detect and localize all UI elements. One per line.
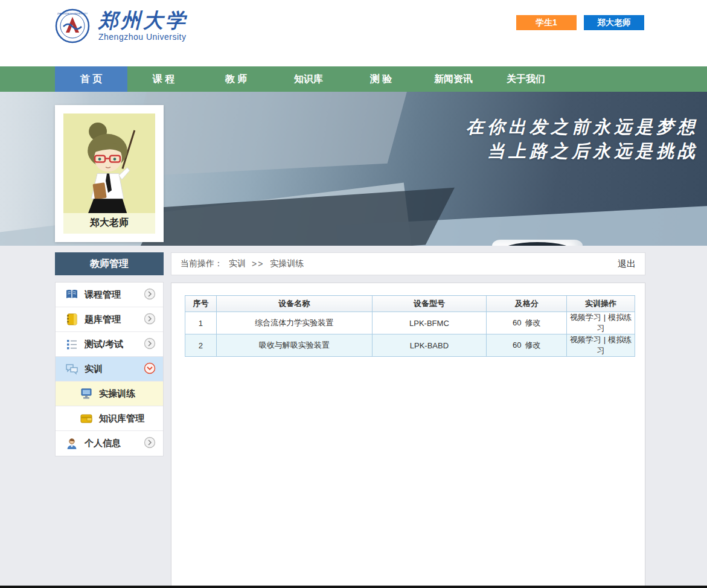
sidebar-subitem-knowledge-management[interactable]: 知识库管理 (56, 406, 163, 431)
sidebar-item-tests-exams[interactable]: 测试/考试 (56, 332, 163, 357)
pass-score-value: 60 (513, 340, 521, 350)
banner-laptop-screen (124, 92, 414, 177)
main-nav: 首 页 课 程 教 师 知识库 测 验 新闻资讯 关于我们 (0, 66, 707, 92)
nav-item-teachers[interactable]: 教 师 (200, 66, 272, 92)
header-device-model: 设备型号 (372, 296, 487, 312)
teacher-avatar: 郑大老师 (63, 113, 155, 234)
action-separator: | (604, 335, 606, 344)
pass-score-cell: 60修改 (487, 334, 567, 357)
chevron-right-icon (144, 313, 156, 327)
page: ZHENGZHOU UNIVERSITY 郑州大学 Zhengzhou Univ… (0, 0, 707, 588)
university-name-en: Zhengzhou University (98, 32, 188, 42)
nav-item-knowledge[interactable]: 知识库 (272, 66, 345, 92)
student-button[interactable]: 学生1 (516, 15, 577, 30)
teacher-profile-card: 郑大老师 (55, 105, 164, 242)
sidebar-item-label: 实操训练 (99, 388, 156, 400)
index-cell: 2 (185, 334, 217, 357)
video-study-link[interactable]: 视频学习 (570, 313, 601, 322)
sidebar-item-label: 课程管理 (85, 289, 144, 301)
device-model-cell: LPK-BFMC (372, 312, 487, 334)
logout-button[interactable]: 退出 (618, 258, 636, 270)
sidebar-item-personal-info[interactable]: 个人信息 (56, 431, 163, 456)
banner-slogan: 在你出发之前永远是梦想 当上路之后永远是挑战 (466, 115, 699, 163)
index-cell: 1 (185, 312, 217, 334)
chevron-right-icon (144, 288, 156, 302)
action-separator: | (604, 313, 606, 322)
sidebar-item-question-bank[interactable]: 题库管理 (56, 307, 163, 332)
sidebar-menu: 课程管理 题库管理 测试/考试 (55, 282, 164, 456)
slogan-line1: 在你出发之前永远是梦想 (466, 115, 699, 139)
monitor-icon (80, 388, 93, 400)
svg-text:ZHENGZHOU UNIVERSITY: ZHENGZHOU UNIVERSITY (57, 12, 88, 15)
teacher-name-caption: 郑大老师 (63, 213, 155, 234)
teacher-button[interactable]: 郑大老师 (584, 15, 644, 30)
breadcrumb-separator: >> (252, 259, 264, 269)
video-study-link[interactable]: 视频学习 (570, 335, 601, 344)
sidebar-item-practical-training[interactable]: 实训 (56, 357, 163, 382)
university-logo: ZHENGZHOU UNIVERSITY 郑州大学 Zhengzhou Univ… (55, 8, 188, 43)
simulation-practice-link[interactable]: 模拟练习 (597, 335, 632, 355)
header-pass-score: 及格分 (487, 296, 567, 312)
top-header: ZHENGZHOU UNIVERSITY 郑州大学 Zhengzhou Univ… (0, 0, 707, 66)
university-seal-icon: ZHENGZHOU UNIVERSITY (55, 8, 90, 43)
header-device-name: 设备名称 (216, 296, 372, 312)
list-icon (65, 338, 78, 350)
chevron-right-icon (144, 436, 156, 450)
header-index: 序号 (185, 296, 217, 312)
simulation-practice-link[interactable]: 模拟练习 (597, 313, 632, 333)
device-model-cell: LPK-BABD (372, 334, 487, 357)
chat-icon (65, 363, 78, 375)
device-name-cell: 综合流体力学实验装置 (216, 312, 372, 334)
table-row: 1 综合流体力学实验装置 LPK-BFMC 60修改 视频学习|模拟练习 (185, 312, 635, 334)
university-name-cn: 郑州大学 (98, 10, 188, 31)
notebook-icon (65, 313, 78, 325)
breadcrumb-section[interactable]: 实训 (229, 258, 246, 269)
nav-item-courses[interactable]: 课 程 (127, 66, 200, 92)
pass-score-cell: 60修改 (487, 312, 567, 334)
content-panel: 序号 设备名称 设备型号 及格分 实训操作 1 综合流体力学实验装置 LPK-B… (171, 283, 645, 586)
device-name-cell: 吸收与解吸实验装置 (216, 334, 372, 357)
chevron-down-circle-icon (144, 362, 156, 376)
sidebar-item-label: 个人信息 (85, 438, 144, 449)
header-training-actions: 实训操作 (567, 296, 635, 312)
sidebar-item-label: 知识库管理 (99, 413, 156, 424)
pass-score-value: 60 (513, 318, 521, 327)
actions-cell: 视频学习|模拟练习 (567, 312, 635, 334)
sidebar: 教师管理 课程管理 题库管理 (55, 252, 164, 456)
person-icon (65, 438, 78, 450)
sidebar-item-label: 实训 (85, 363, 144, 375)
header-buttons: 学生1 郑大老师 (516, 15, 644, 30)
main-content: 当前操作： 实训 >> 实操训练 退出 序号 设备名称 设备型号 及格分 实训操… (171, 252, 645, 586)
sidebar-item-course-management[interactable]: 课程管理 (56, 283, 163, 307)
sidebar-item-label: 题库管理 (85, 314, 144, 325)
sidebar-subitem-practical-operation[interactable]: 实操训练 (56, 382, 163, 406)
slogan-line2: 当上路之后永远是挑战 (466, 139, 699, 163)
nav-item-tests[interactable]: 测 验 (345, 66, 417, 92)
breadcrumb-current: 实操训练 (270, 258, 304, 269)
wallet-icon (80, 412, 93, 424)
chevron-right-icon (144, 337, 156, 351)
devices-table: 序号 设备名称 设备型号 及格分 实训操作 1 综合流体力学实验装置 LPK-B… (185, 295, 635, 357)
edit-link[interactable]: 修改 (525, 340, 540, 350)
footer-edge (0, 586, 707, 588)
breadcrumb: 当前操作： 实训 >> 实操训练 退出 (171, 252, 645, 275)
sidebar-item-label: 测试/考试 (85, 339, 144, 350)
logo-text: 郑州大学 Zhengzhou University (98, 10, 188, 42)
edit-link[interactable]: 修改 (525, 318, 540, 327)
sidebar-title: 教师管理 (55, 252, 164, 275)
breadcrumb-prefix: 当前操作： (181, 258, 223, 269)
nav-item-home[interactable]: 首 页 (55, 66, 127, 92)
actions-cell: 视频学习|模拟练习 (567, 334, 635, 357)
nav-item-about[interactable]: 关于我们 (490, 66, 562, 92)
book-icon (65, 289, 78, 301)
table-row: 2 吸收与解吸实验装置 LPK-BABD 60修改 视频学习|模拟练习 (185, 334, 635, 357)
nav-item-news[interactable]: 新闻资讯 (417, 66, 490, 92)
table-header-row: 序号 设备名称 设备型号 及格分 实训操作 (185, 296, 635, 312)
